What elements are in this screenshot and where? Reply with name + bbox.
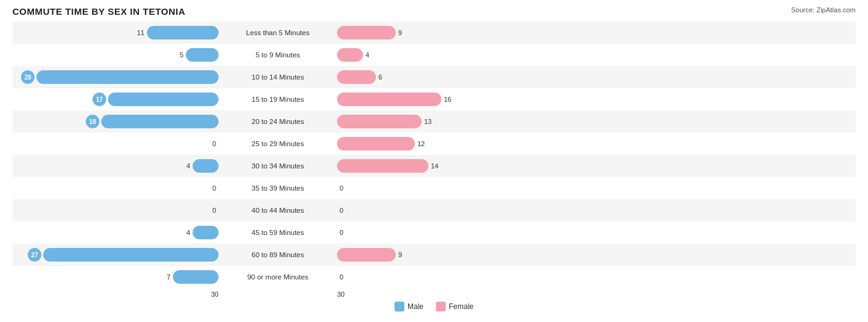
axis-left-label: 30 — [12, 291, 222, 298]
male-section: 27 — [12, 248, 222, 262]
female-value: 0 — [340, 229, 354, 236]
male-bar — [36, 70, 219, 84]
male-section: 28 — [12, 70, 222, 84]
bar-row: 0 25 to 29 Minutes 12 — [12, 133, 856, 155]
chart-content: 11 Less than 5 Minutes 9 5 5 to 9 Minute… — [12, 22, 856, 288]
female-section: 12 — [333, 137, 543, 151]
male-bar — [43, 248, 219, 262]
bar-row: 28 10 to 14 Minutes 6 — [12, 66, 856, 88]
male-value-bubble: 28 — [21, 70, 35, 84]
female-section: 6 — [333, 70, 543, 84]
row-label: 30 to 34 Minutes — [222, 162, 333, 170]
bar-row: 0 35 to 39 Minutes 0 — [12, 177, 856, 199]
female-section: 16 — [333, 93, 543, 106]
bar-row: 7 90 or more Minutes 0 — [12, 266, 856, 288]
female-section: 4 — [333, 48, 543, 62]
bar-row: 18 20 to 24 Minutes 13 — [12, 110, 856, 133]
male-bar — [101, 115, 219, 128]
chart-area: 11 Less than 5 Minutes 9 5 5 to 9 Minute… — [12, 22, 856, 312]
legend-female: Female — [436, 302, 474, 312]
female-value: 0 — [340, 184, 354, 192]
female-value: 9 — [398, 251, 413, 258]
female-value: 12 — [417, 140, 432, 147]
row-label: 25 to 29 Minutes — [222, 140, 333, 147]
row-label: 60 to 89 Minutes — [222, 251, 333, 258]
female-value: 0 — [340, 207, 354, 214]
male-section: 7 — [12, 270, 222, 284]
row-label: Less than 5 Minutes — [222, 29, 333, 36]
female-section: 0 — [333, 273, 543, 281]
male-value-bubble: 18 — [86, 115, 99, 128]
female-section: 0 — [333, 207, 543, 214]
male-section: 5 — [12, 48, 222, 62]
male-section: 0 — [12, 184, 222, 192]
male-value: 4 — [175, 229, 190, 236]
female-bar — [337, 137, 415, 151]
bar-row: 11 Less than 5 Minutes 9 — [12, 22, 856, 44]
male-swatch — [394, 302, 404, 312]
female-value: 13 — [424, 118, 439, 125]
legend-male: Male — [394, 302, 424, 312]
male-section: 4 — [12, 159, 222, 173]
male-section: 11 — [12, 26, 222, 39]
male-bar — [108, 93, 219, 106]
female-section: 14 — [333, 159, 543, 173]
male-value: 7 — [156, 273, 170, 281]
bar-row: 5 5 to 9 Minutes 4 — [12, 44, 856, 66]
row-label: 15 to 19 Minutes — [222, 96, 333, 103]
male-bar — [173, 270, 219, 284]
male-section: 0 — [12, 140, 222, 147]
row-label: 35 to 39 Minutes — [222, 184, 333, 192]
male-value: 4 — [175, 162, 190, 170]
row-label: 10 to 14 Minutes — [222, 73, 333, 81]
bar-row: 0 40 to 44 Minutes 0 — [12, 199, 856, 221]
female-section: 0 — [333, 184, 543, 192]
axis-right-label: 30 — [333, 291, 543, 298]
female-section: 9 — [333, 248, 543, 262]
bar-row: 17 15 to 19 Minutes 16 — [12, 88, 856, 110]
male-section: 17 — [12, 93, 222, 106]
female-bar — [337, 159, 428, 173]
bar-row: 4 45 to 59 Minutes 0 — [12, 221, 856, 244]
female-bar — [337, 93, 441, 106]
female-bar — [337, 26, 396, 39]
male-section: 0 — [12, 207, 222, 214]
row-label: 90 or more Minutes — [222, 273, 333, 281]
male-label: Male — [407, 302, 424, 311]
male-value: 11 — [130, 29, 144, 36]
female-section: 9 — [333, 26, 543, 39]
female-bar — [337, 115, 422, 128]
source-text: Source: ZipAtlas.com — [791, 6, 856, 14]
male-value: 0 — [201, 140, 216, 147]
female-value: 0 — [340, 273, 354, 281]
female-value: 9 — [398, 29, 413, 36]
female-section: 0 — [333, 229, 543, 236]
bar-row: 4 30 to 34 Minutes 14 — [12, 155, 856, 177]
male-value-bubble: 27 — [28, 248, 41, 262]
row-label: 45 to 59 Minutes — [222, 229, 333, 236]
chart-title: COMMUTE TIME BY SEX IN TETONIA — [12, 6, 185, 17]
female-section: 13 — [333, 115, 543, 128]
female-label: Female — [449, 302, 474, 311]
bar-row: 27 60 to 89 Minutes 9 — [12, 244, 856, 266]
female-value: 6 — [378, 73, 393, 81]
male-section: 4 — [12, 226, 222, 239]
female-bar — [337, 70, 376, 84]
female-swatch — [436, 302, 446, 312]
female-value: 4 — [365, 51, 380, 59]
male-section: 18 — [12, 115, 222, 128]
row-label: 5 to 9 Minutes — [222, 51, 333, 59]
row-label: 20 to 24 Minutes — [222, 118, 333, 125]
female-value: 16 — [444, 96, 459, 103]
row-label: 40 to 44 Minutes — [222, 207, 333, 214]
female-value: 14 — [431, 162, 446, 170]
male-bar — [193, 159, 219, 173]
male-bar — [147, 26, 219, 39]
male-bar — [193, 226, 219, 239]
male-value: 5 — [169, 51, 183, 59]
male-value: 0 — [201, 184, 216, 192]
female-bar — [337, 248, 396, 262]
male-value: 0 — [201, 207, 216, 214]
female-bar — [337, 48, 363, 62]
male-value-bubble: 17 — [93, 93, 106, 106]
